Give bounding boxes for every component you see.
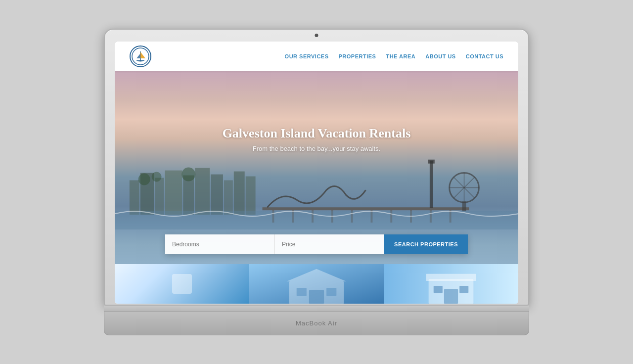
svg-rect-4 <box>130 180 139 215</box>
search-properties-button[interactable]: SEARCH PROPERTIES <box>384 234 468 254</box>
svg-rect-29 <box>428 160 435 164</box>
svg-rect-55 <box>444 289 458 304</box>
preview-item-1 <box>115 264 249 304</box>
bedrooms-input[interactable] <box>165 234 275 254</box>
site-header: OUR SERVICES PROPERTIES THE AREA ABOUT U… <box>115 42 518 71</box>
hero-section: Galveston Island Vacation Rentals From t… <box>115 71 518 264</box>
price-input[interactable] <box>275 234 384 254</box>
hero-subtitle: From the beach to the bay...your stay aw… <box>155 144 478 152</box>
svg-point-14 <box>138 174 150 185</box>
svg-rect-12 <box>234 172 245 215</box>
search-bar: SEARCH PROPERTIES <box>165 234 468 254</box>
hero-text: Galveston Island Vacation Rentals From t… <box>155 126 478 152</box>
screen-bezel: OUR SERVICES PROPERTIES THE AREA ABOUT U… <box>115 42 518 304</box>
nav-the-area[interactable]: THE AREA <box>386 53 415 59</box>
svg-marker-2 <box>140 52 145 58</box>
website: OUR SERVICES PROPERTIES THE AREA ABOUT U… <box>115 42 518 304</box>
svg-marker-3 <box>136 53 140 58</box>
svg-rect-52 <box>426 274 476 281</box>
preview-item-3 <box>384 264 518 304</box>
macbook-label: MacBook Air <box>296 319 337 327</box>
svg-rect-11 <box>224 180 233 215</box>
laptop-hinge <box>104 306 529 312</box>
laptop-base: MacBook Air <box>104 306 529 335</box>
svg-rect-6 <box>155 178 164 215</box>
svg-rect-54 <box>459 286 468 293</box>
nav-about-us[interactable]: ABOUT US <box>425 53 455 59</box>
svg-rect-28 <box>430 161 433 208</box>
preview-item-2 <box>249 264 384 304</box>
svg-rect-35 <box>462 201 466 211</box>
svg-rect-7 <box>165 171 182 215</box>
screen-content: OUR SERVICES PROPERTIES THE AREA ABOUT U… <box>115 42 518 304</box>
svg-point-16 <box>181 168 195 182</box>
svg-rect-49 <box>309 290 324 304</box>
svg-rect-47 <box>297 288 307 296</box>
svg-rect-53 <box>434 286 443 293</box>
svg-rect-9 <box>195 168 210 215</box>
nav-contact-us[interactable]: CONTACT US <box>466 53 503 59</box>
svg-rect-36 <box>115 211 518 229</box>
svg-rect-48 <box>326 288 336 296</box>
svg-rect-13 <box>246 177 256 215</box>
laptop-frame: OUR SERVICES PROPERTIES THE AREA ABOUT U… <box>104 29 529 335</box>
hero-title: Galveston Island Vacation Rentals <box>155 126 478 140</box>
svg-rect-10 <box>211 175 223 215</box>
svg-point-15 <box>152 172 162 182</box>
site-nav: OUR SERVICES PROPERTIES THE AREA ABOUT U… <box>285 53 503 59</box>
laptop-bottom: MacBook Air <box>104 312 529 335</box>
svg-rect-8 <box>183 176 194 215</box>
nav-our-services[interactable]: OUR SERVICES <box>285 53 329 59</box>
laptop-lid: OUR SERVICES PROPERTIES THE AREA ABOUT U… <box>104 29 529 306</box>
site-logo <box>130 46 151 67</box>
nav-properties[interactable]: PROPERTIES <box>339 53 376 59</box>
svg-rect-17 <box>263 207 469 210</box>
preview-strip <box>115 264 518 304</box>
camera <box>315 34 318 37</box>
